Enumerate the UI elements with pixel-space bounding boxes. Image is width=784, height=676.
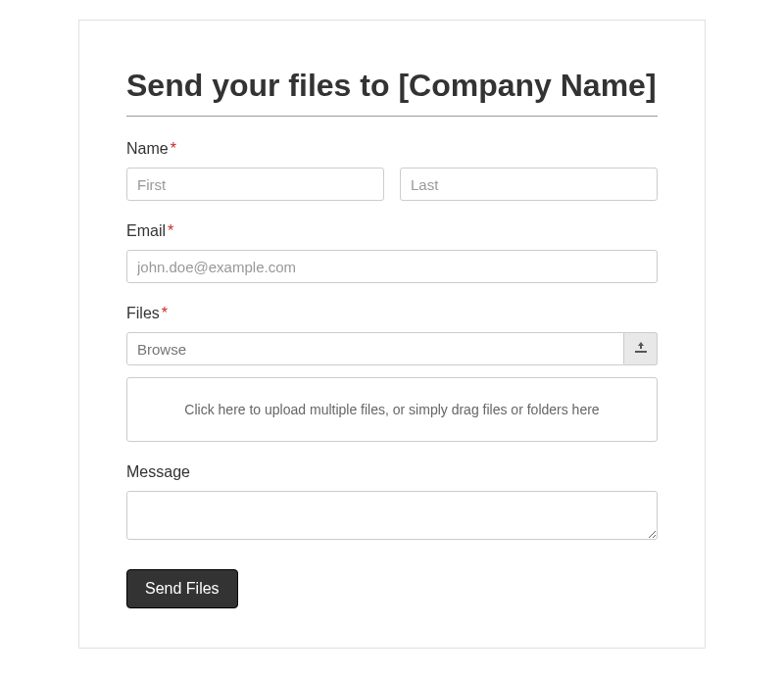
email-field-group: Email*: [126, 222, 658, 283]
form-container: Send your files to [Company Name] Name* …: [78, 20, 706, 649]
svg-rect-0: [635, 351, 647, 353]
email-required-mark: *: [168, 222, 173, 239]
message-label-text: Message: [126, 463, 190, 480]
message-field-group: Message: [126, 463, 658, 544]
send-files-button[interactable]: Send Files: [126, 569, 238, 608]
name-field-group: Name*: [126, 140, 658, 201]
name-label: Name*: [126, 140, 658, 158]
browse-button[interactable]: [624, 332, 658, 365]
email-label: Email*: [126, 222, 658, 240]
title-divider: [126, 116, 658, 117]
files-required-mark: *: [162, 305, 168, 321]
file-dropzone[interactable]: Click here to upload multiple files, or …: [126, 377, 658, 442]
email-input[interactable]: [126, 250, 658, 283]
browse-input[interactable]: [126, 332, 624, 365]
last-name-input[interactable]: [400, 168, 658, 201]
name-label-text: Name: [126, 140, 169, 157]
browse-row: [126, 332, 658, 365]
files-label-text: Files: [126, 305, 160, 321]
name-row: [126, 168, 658, 201]
files-label: Files*: [126, 305, 658, 322]
upload-icon: [634, 342, 648, 357]
message-textarea[interactable]: [126, 491, 658, 540]
name-required-mark: *: [171, 140, 176, 157]
message-label: Message: [126, 463, 658, 481]
files-field-group: Files* Click here to upload multiple fil…: [126, 305, 658, 442]
dropzone-text: Click here to upload multiple files, or …: [184, 402, 599, 417]
page-title: Send your files to [Company Name]: [126, 68, 658, 104]
email-label-text: Email: [126, 222, 166, 239]
first-name-input[interactable]: [126, 168, 384, 201]
